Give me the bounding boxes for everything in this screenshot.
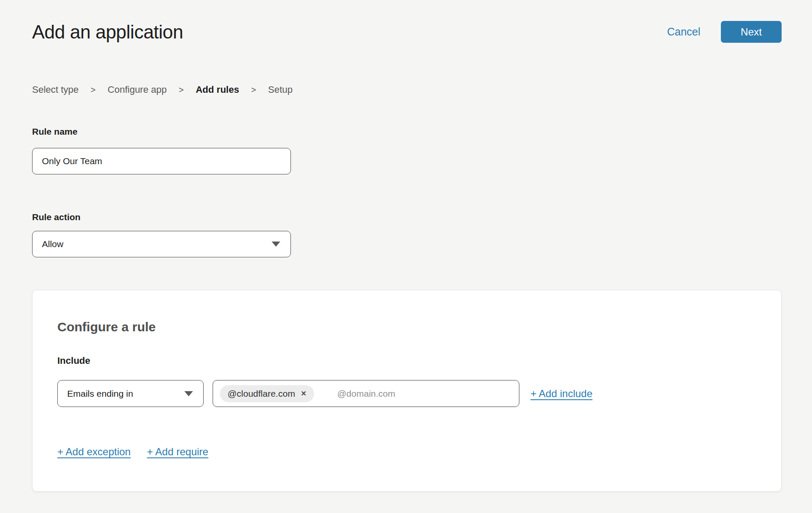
breadcrumb-step-select-type[interactable]: Select type: [32, 84, 79, 95]
include-values-input[interactable]: @cloudflare.com ✕: [213, 380, 519, 407]
rule-name-label: Rule name: [32, 126, 782, 137]
breadcrumb-step-add-rules[interactable]: Add rules: [196, 84, 239, 95]
add-include-link[interactable]: + Add include: [530, 387, 593, 400]
include-row: Emails ending in @cloudflare.com ✕ + Add…: [57, 380, 756, 407]
header-actions: Cancel Next: [667, 21, 782, 43]
domain-input[interactable]: [336, 388, 515, 399]
add-exception-link[interactable]: + Add exception: [57, 445, 130, 458]
rule-action-select[interactable]: Allow: [32, 231, 291, 257]
breadcrumb-step-setup[interactable]: Setup: [268, 84, 293, 95]
include-label: Include: [57, 355, 756, 366]
add-require-link[interactable]: + Add require: [147, 445, 208, 458]
breadcrumb-separator: >: [251, 84, 256, 95]
next-button[interactable]: Next: [721, 21, 782, 43]
rule-links-row: + Add exception + Add require: [57, 445, 756, 458]
breadcrumb-separator: >: [179, 84, 184, 95]
add-application-page: Add an application Cancel Next Select ty…: [0, 0, 812, 492]
rule-action-label: Rule action: [32, 212, 782, 222]
rule-name-field: Rule name: [32, 126, 782, 174]
breadcrumb-step-configure-app[interactable]: Configure app: [108, 84, 167, 95]
rule-name-input[interactable]: [32, 148, 291, 174]
chevron-down-icon: [272, 242, 280, 247]
chevron-down-icon: [184, 391, 193, 396]
breadcrumb: Select type > Configure app > Add rules …: [32, 84, 782, 95]
breadcrumb-separator: >: [91, 84, 96, 95]
page-header: Add an application Cancel Next: [32, 21, 782, 43]
cancel-button[interactable]: Cancel: [667, 26, 700, 38]
include-selector-select[interactable]: Emails ending in: [57, 380, 204, 407]
page-title: Add an application: [32, 21, 183, 43]
rule-action-field: Rule action Allow: [32, 212, 782, 257]
configure-rule-card: Configure a rule Include Emails ending i…: [32, 290, 782, 492]
rule-action-selected-value: Allow: [42, 239, 63, 249]
tag-label: @cloudflare.com: [228, 389, 295, 399]
tag-chip: @cloudflare.com ✕: [220, 385, 314, 402]
remove-tag-icon[interactable]: ✕: [301, 390, 306, 397]
include-selector-selected-value: Emails ending in: [67, 389, 133, 399]
configure-rule-title: Configure a rule: [57, 319, 756, 335]
